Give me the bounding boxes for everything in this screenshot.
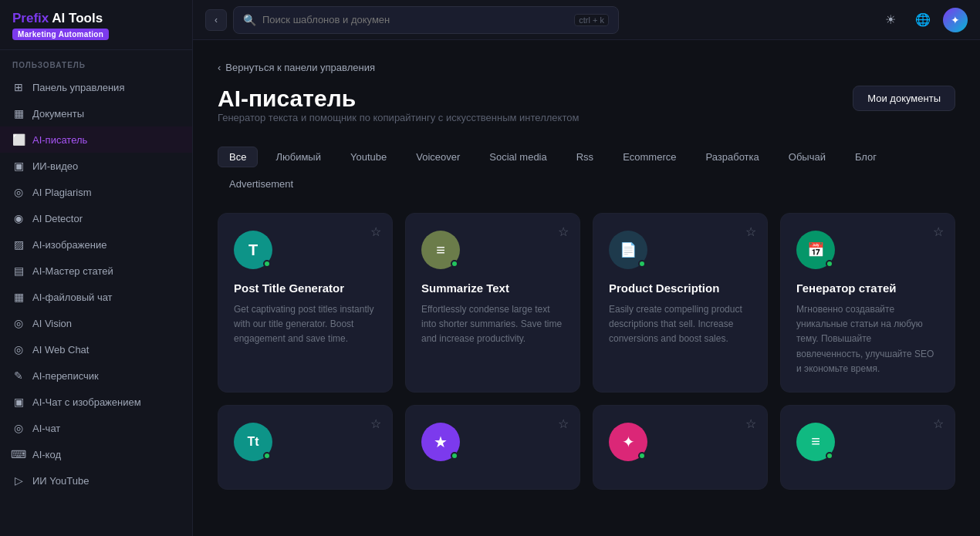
app-subtitle: Marketing Automation [12, 29, 109, 40]
filter-tab-dev[interactable]: Разработка [694, 147, 770, 167]
sidebar-item-label: ИИ YouTube [32, 475, 89, 487]
sidebar-item-label: AI Detector [32, 213, 83, 224]
sidebar-item-label: Документы [32, 108, 84, 120]
filter-tab-ecommerce[interactable]: Ecommerce [611, 147, 688, 167]
card-doc[interactable]: ☆ ≡ [780, 405, 955, 490]
cards-grid-row1: ☆ T Post Title Generator Get captivating… [218, 213, 955, 393]
card-star-star-item[interactable]: ☆ [558, 416, 569, 431]
ai-image-icon: ▨ [12, 238, 25, 251]
filter-tab-rss[interactable]: Rss [565, 147, 605, 167]
sidebar-item-dashboard[interactable]: ⊞ Панель управления [0, 74, 192, 100]
sidebar-item-ai-web-chat[interactable]: ◎ AI Web Chat [0, 336, 192, 362]
sidebar-item-label: AI Vision [32, 318, 72, 329]
sidebar-item-ai-rewriter[interactable]: ✎ AI-переписчик [0, 362, 192, 389]
card-star-post-title[interactable]: ☆ [370, 224, 381, 239]
filter-tab-ad[interactable]: Advertisement [218, 174, 305, 194]
ii-video-icon: ▣ [12, 160, 25, 172]
card-title-product-desc: Product Description [609, 281, 752, 295]
ii-youtube-icon: ▷ [12, 474, 25, 487]
card-icon-tt: Tt [234, 423, 272, 461]
breadcrumb-label: Вернуться к панели управления [225, 62, 375, 73]
sidebar-item-label: Панель управления [32, 82, 124, 93]
documents-icon: ▦ [12, 107, 25, 120]
card-tt[interactable]: ☆ Tt [218, 405, 393, 490]
card-magic[interactable]: ☆ ✦ [593, 405, 768, 490]
brightness-icon-button[interactable]: ☀ [878, 8, 903, 32]
card-product-desc[interactable]: ☆ 📄 Product Description Easily create co… [593, 213, 768, 393]
ai-web-chat-icon: ◎ [12, 343, 25, 356]
sidebar-item-ai-writer[interactable]: ⬜ AI-писатель [0, 126, 192, 153]
ai-detector-icon: ◉ [12, 212, 25, 224]
filter-tab-favorites[interactable]: Любимый [264, 147, 333, 167]
ai-code-icon: ⌨ [12, 448, 25, 460]
sidebar-item-documents[interactable]: ▦ Документы [0, 100, 192, 126]
card-star-summarize[interactable]: ☆ [558, 224, 569, 239]
sidebar-item-label: AI-код [32, 449, 61, 460]
card-summarize[interactable]: ☆ ≡ Summarize Text Effortlessly condense… [405, 213, 580, 393]
collapse-sidebar-button[interactable]: ‹ [205, 9, 227, 31]
topbar-right: ☀ 🌐 ✦ [878, 8, 968, 32]
card-icon-magic: ✦ [609, 423, 647, 461]
card-icon-dot [638, 260, 646, 268]
page-title: AI-писатель [218, 86, 579, 112]
card-title-summarize: Summarize Text [421, 281, 564, 295]
sidebar-item-label: AI-Мастер статей [32, 265, 113, 277]
content-area: ‹ Вернуться к панели управления AI-писат… [193, 40, 980, 536]
card-star-article-gen[interactable]: ☆ [933, 224, 944, 239]
main: ‹ 🔍 ctrl + k ☀ 🌐 ✦ ‹ Вернуться к панели … [193, 0, 980, 536]
sidebar-item-ai-detector[interactable]: ◉ AI Detector [0, 205, 192, 231]
card-desc-post-title: Get captivating post titles instantly wi… [234, 302, 377, 347]
globe-icon-button[interactable]: 🌐 [911, 8, 935, 32]
filter-tab-youtube[interactable]: Youtube [339, 147, 398, 167]
filter-tab-voiceover[interactable]: Voiceover [404, 147, 471, 167]
logo: Prefix AI Tools Marketing Automation [0, 0, 192, 50]
user-avatar[interactable]: ✦ [943, 8, 968, 32]
card-article-gen[interactable]: ☆ 📅 Генератор статей Мгновенно создавайт… [780, 213, 955, 393]
card-star-item[interactable]: ☆ ★ [405, 405, 580, 490]
sidebar-item-ai-plagiarism[interactable]: ◎ AI Plagiarism [0, 179, 192, 205]
filter-tab-all[interactable]: Все [218, 147, 258, 167]
search-bar: 🔍 ctrl + k [233, 6, 619, 34]
ai-image-chat-icon: ▣ [12, 396, 25, 408]
ai-vision-icon: ◎ [12, 317, 25, 329]
sidebar-item-label: AI-файловый чат [32, 292, 113, 303]
card-post-title[interactable]: ☆ T Post Title Generator Get captivating… [218, 213, 393, 393]
card-star-tt[interactable]: ☆ [370, 416, 381, 431]
sidebar-item-ai-file-chat[interactable]: ▦ AI-файловый чат [0, 284, 192, 310]
ai-file-chat-icon: ▦ [12, 291, 25, 303]
ai-writer-icon: ⬜ [12, 133, 25, 146]
sidebar-item-label: ИИ-видео [32, 160, 78, 172]
topbar: ‹ 🔍 ctrl + k ☀ 🌐 ✦ [193, 0, 980, 40]
card-icon-dot [638, 452, 646, 460]
sidebar-item-ai-image-chat[interactable]: ▣ AI-Чат с изображением [0, 389, 192, 415]
card-desc-product-desc: Easily create compelling product descrip… [609, 302, 752, 347]
sidebar-item-ai-code[interactable]: ⌨ AI-код [0, 441, 192, 467]
sidebar-item-ii-video[interactable]: ▣ ИИ-видео [0, 153, 192, 179]
filter-tab-social[interactable]: Social media [478, 147, 558, 167]
app-name: Prefix AI Tools [12, 11, 180, 26]
card-icon-product-desc: 📄 [609, 231, 647, 269]
my-documents-button[interactable]: Мои документы [853, 86, 955, 111]
sidebar-item-ai-master[interactable]: ▤ AI-Мастер статей [0, 258, 192, 284]
card-star-product-desc[interactable]: ☆ [745, 224, 756, 239]
card-star-doc[interactable]: ☆ [933, 416, 944, 431]
sidebar-item-ai-vision[interactable]: ◎ AI Vision [0, 310, 192, 336]
ai-chat-icon: ◎ [12, 422, 25, 434]
card-icon-dot [451, 452, 458, 460]
filter-tab-blog[interactable]: Блог [843, 147, 888, 167]
card-icon-dot [826, 260, 833, 268]
sidebar-item-label: AI Web Chat [32, 344, 89, 356]
filter-tab-usual[interactable]: Обычай [777, 147, 837, 167]
card-star-magic[interactable]: ☆ [745, 416, 756, 431]
page-header: AI-писатель Генератор текста и помощник … [218, 86, 955, 140]
card-icon-dot [263, 260, 271, 268]
search-input[interactable] [262, 14, 568, 25]
sidebar-item-ai-chat[interactable]: ◎ AI-чат [0, 415, 192, 441]
card-title-post-title: Post Title Generator [234, 281, 377, 295]
breadcrumb[interactable]: ‹ Вернуться к панели управления [218, 62, 955, 73]
sidebar-item-ai-image[interactable]: ▨ AI-изображение [0, 231, 192, 258]
sidebar-item-label: AI-чат [32, 423, 60, 434]
card-title-article-gen: Генератор статей [796, 281, 939, 295]
sidebar-item-ii-youtube[interactable]: ▷ ИИ YouTube [0, 467, 192, 494]
sidebar-item-label: AI-писатель [32, 134, 87, 146]
